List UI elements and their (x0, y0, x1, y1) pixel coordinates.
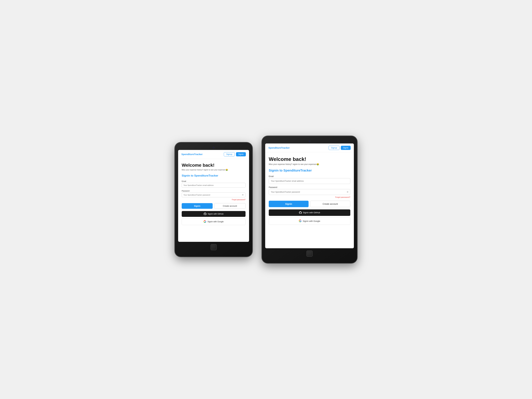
google-button-2[interactable]: Signin with Google (269, 217, 350, 225)
camera-2 (309, 141, 310, 142)
email-label-2: Email (269, 175, 350, 177)
camera-1 (213, 147, 214, 148)
app-logo-1: SpenditureTracker (181, 153, 203, 156)
ipad-screen-1: SpenditureTracker Signup Signin Welcome … (178, 150, 249, 242)
signin-heading-brand-2: SpenditureTracker (283, 169, 312, 172)
email-input-1[interactable] (182, 183, 246, 188)
email-group-2: Email (269, 175, 350, 184)
signin-heading-2: Signin to SpenditureTracker (269, 169, 350, 172)
social-buttons-1: Signin with GitHub Signin with Google (182, 211, 246, 225)
create-account-button-1[interactable]: Create account (214, 203, 246, 209)
github-icon-1 (204, 213, 206, 215)
action-buttons-2: Signin Create account (269, 201, 350, 207)
signin-main-button-1[interactable]: Signin (182, 203, 213, 209)
home-button-1[interactable] (210, 244, 217, 250)
signup-button-2[interactable]: Signup (329, 146, 339, 150)
app-body-2: Welcome back! Miss your expense history?… (265, 152, 354, 228)
forgot-password-link-1[interactable]: Forgot passsword? (232, 199, 246, 201)
forgot-link-2: Forgot passsword? (269, 196, 350, 198)
password-input-1[interactable] (182, 192, 246, 197)
github-button-1[interactable]: Signin with GitHub (182, 211, 246, 217)
welcome-sub-1: Miss your expense history? signin to see… (182, 169, 246, 171)
welcome-title-1: Welcome back! (182, 163, 246, 168)
app-logo-2: SpenditureTracker (268, 146, 290, 149)
action-buttons-1: Signin Create account (182, 203, 246, 209)
password-input-2[interactable] (269, 189, 350, 195)
password-wrapper-2: 👁 (269, 189, 350, 195)
google-icon-1 (204, 220, 206, 223)
password-group-2: Password 👁 Forgot passsword? (269, 186, 350, 198)
app-header-1: SpenditureTracker Signup Signin (178, 150, 249, 159)
google-icon-2 (299, 220, 301, 223)
page-wrapper: SpenditureTracker Signup Signin Welcome … (175, 136, 357, 263)
welcome-title-2: Welcome back! (269, 156, 350, 162)
app-body-1: Welcome back! Miss your expense history?… (178, 159, 249, 229)
header-buttons-2: Signup Signin (329, 146, 351, 150)
github-button-label-1: Signin with GitHub (208, 213, 224, 215)
ipad-screen-2: SpenditureTracker Signup Signin Welcome … (265, 144, 354, 248)
password-wrapper-1: 👁 (182, 192, 246, 197)
email-input-2[interactable] (269, 178, 350, 184)
welcome-sub-2: Miss your expense history? signin to see… (269, 163, 350, 165)
signin-header-button-2[interactable]: Signin (341, 146, 351, 150)
header-buttons-1: Signup Signin (224, 152, 246, 156)
google-button-label-1: Signin with Google (208, 221, 224, 223)
password-label-1: Password (182, 190, 246, 192)
password-label-2: Password (269, 186, 350, 189)
github-icon-2 (299, 211, 302, 214)
password-group-1: Password 👁 Forgot passsword? (182, 190, 246, 201)
forgot-password-link-2[interactable]: Forgot passsword? (335, 196, 350, 198)
github-button-2[interactable]: Signin with GitHub (269, 209, 350, 216)
ipad-device-2: SpenditureTracker Signup Signin Welcome … (262, 136, 357, 263)
forgot-link-1: Forgot passsword? (182, 198, 246, 201)
eye-toggle-icon-1[interactable]: 👁 (242, 194, 244, 196)
signin-header-button-1[interactable]: Signin (236, 152, 246, 156)
signup-button-1[interactable]: Signup (224, 152, 234, 156)
app-header-2: SpenditureTracker Signup Signin (265, 144, 354, 152)
eye-toggle-icon-2[interactable]: 👁 (347, 191, 349, 193)
signin-heading-prefix-1: Signin to (182, 174, 194, 177)
google-button-label-2: Signin with Google (303, 220, 320, 222)
signin-heading-prefix-2: Signin to (269, 169, 283, 172)
google-button-1[interactable]: Signin with Google (182, 218, 246, 225)
email-group-1: Email (182, 180, 246, 188)
email-label-1: Email (182, 180, 246, 182)
ipad-device-1: SpenditureTracker Signup Signin Welcome … (175, 143, 252, 257)
home-button-2[interactable] (306, 251, 313, 257)
create-account-button-2[interactable]: Create account (310, 201, 350, 207)
signin-main-button-2[interactable]: Signin (269, 201, 309, 207)
signin-heading-brand-1: SpenditureTracker (194, 174, 218, 177)
github-button-label-2: Signin with GitHub (303, 211, 320, 214)
social-buttons-2: Signin with GitHub Signin with Google (269, 209, 350, 225)
signin-heading-1: Signin to SpenditureTracker (182, 174, 246, 177)
